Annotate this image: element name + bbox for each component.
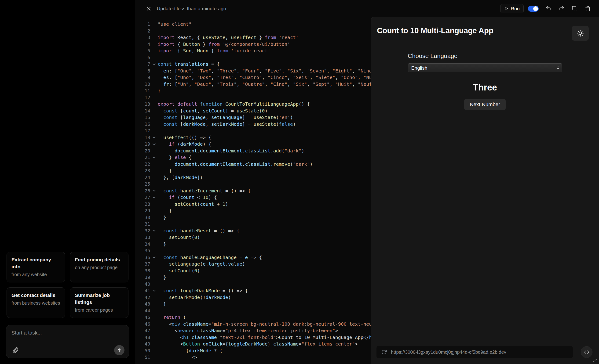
line-number: 13 — [139, 101, 150, 108]
chevron-down-icon — [153, 255, 156, 258]
refresh-button[interactable] — [380, 348, 388, 356]
line-number: 50 — [139, 347, 150, 354]
update-status-text: Updated less than a minute ago — [157, 6, 226, 11]
code-line-text: import { Sun, Moon } from 'lucide-react' — [158, 47, 271, 54]
copy-button[interactable] — [570, 3, 580, 14]
suggestion-card-get-contacts[interactable]: Get contact details from business websit… — [7, 287, 65, 318]
suggestion-subtitle: from career pages — [75, 307, 123, 313]
undo-button[interactable] — [543, 3, 554, 14]
code-line-text: document.documentElement.classList.remov… — [158, 161, 313, 168]
fold-gutter — [150, 307, 158, 314]
preview-header: Count to 10 Multi-Language App — [371, 17, 599, 41]
task-input[interactable] — [6, 325, 129, 342]
editor-topbar: Updated less than a minute ago Run — [135, 0, 599, 17]
fold-gutter — [150, 174, 158, 181]
fold-toggle[interactable] — [150, 287, 158, 294]
line-number: 19 — [139, 141, 150, 147]
line-number: 21 — [139, 154, 150, 161]
chevron-down-icon — [153, 289, 156, 292]
fold-gutter — [150, 234, 158, 241]
code-line-text: } — [158, 301, 166, 307]
attach-file-button[interactable] — [10, 345, 21, 355]
paperclip-icon — [13, 347, 19, 353]
fold-gutter — [150, 81, 158, 88]
suggestion-card-summarize-jobs[interactable]: Summarize job listings from career pages — [70, 287, 128, 318]
fold-gutter — [150, 274, 158, 281]
line-number: 16 — [139, 121, 150, 128]
fold-gutter — [150, 21, 158, 28]
fold-gutter — [150, 147, 158, 154]
line-number: 5 — [139, 47, 150, 54]
preview-content: Choose Language English Three Next Numbe… — [408, 52, 562, 110]
fold-gutter — [150, 321, 158, 328]
app-title: Count to 10 Multi-Language App — [377, 26, 493, 35]
line-number: 47 — [139, 327, 150, 334]
line-number: 30 — [139, 214, 150, 221]
code-line-text: export default function CountToTenMultiL… — [158, 101, 310, 108]
line-number: 14 — [139, 108, 150, 114]
expand-preview-button[interactable] — [592, 357, 598, 364]
line-number: 24 — [139, 174, 150, 181]
line-number: 26 — [139, 187, 150, 194]
chevron-down-icon — [153, 62, 156, 65]
fold-gutter — [150, 267, 158, 274]
fold-toggle[interactable] — [150, 228, 158, 234]
send-task-button[interactable] — [114, 345, 124, 355]
fold-gutter — [150, 121, 158, 128]
language-select-wrap: English — [408, 63, 562, 72]
run-button[interactable]: Run — [500, 4, 524, 13]
fold-toggle[interactable] — [150, 154, 158, 161]
fold-gutter — [150, 74, 158, 81]
fold-gutter — [150, 354, 158, 361]
close-editor-button[interactable] — [144, 3, 154, 14]
delete-button[interactable] — [583, 3, 593, 14]
trash-icon — [585, 6, 590, 11]
fold-gutter — [150, 301, 158, 307]
code-line-text: {darkMode ? ( — [158, 347, 222, 354]
code-line-text: <h1 className="text-2xl font-bold">Count… — [158, 334, 378, 341]
task-input-box — [6, 325, 129, 358]
preview-url[interactable]: https://3000-i3gxay1du0mcj0gjnp44d-cf5be… — [391, 349, 506, 355]
code-line-text: const [count, setCount] = useState(0) — [158, 108, 268, 114]
line-number: 35 — [139, 247, 150, 254]
fold-toggle[interactable] — [150, 134, 158, 141]
fold-toggle[interactable] — [150, 194, 158, 201]
fold-toggle[interactable] — [150, 61, 158, 68]
code-line-text: const [darkMode, setDarkMode] = useState… — [158, 121, 296, 128]
preview-toggle[interactable] — [528, 6, 539, 12]
next-number-button[interactable]: Next Number — [464, 99, 506, 110]
line-number: 29 — [139, 207, 150, 214]
suggestion-subtitle: from business websites — [11, 300, 60, 306]
line-number: 18 — [139, 134, 150, 141]
dark-mode-toggle-button[interactable] — [572, 26, 589, 41]
line-number: 46 — [139, 321, 150, 328]
fold-gutter — [150, 327, 158, 334]
fold-toggle[interactable] — [150, 141, 158, 147]
code-line-text: if (count < 10) { — [158, 194, 217, 201]
expand-icon — [593, 358, 597, 363]
fold-gutter — [150, 28, 158, 34]
view-code-button[interactable] — [581, 346, 592, 358]
line-number: 10 — [139, 81, 150, 88]
undo-icon — [546, 6, 551, 11]
redo-button[interactable] — [556, 3, 567, 14]
editor-actions — [543, 3, 593, 14]
fold-gutter — [150, 68, 158, 74]
language-select[interactable]: English — [408, 63, 562, 72]
fold-toggle[interactable] — [150, 187, 158, 194]
line-number: 43 — [139, 301, 150, 307]
close-icon — [146, 6, 151, 11]
fold-gutter — [150, 281, 158, 288]
line-number: 31 — [139, 221, 150, 228]
run-button-label: Run — [511, 6, 520, 11]
fold-gutter — [150, 167, 158, 174]
sun-icon — [577, 30, 584, 37]
code-line-text: setDarkMode(!darkMode) — [158, 294, 231, 301]
line-number: 33 — [139, 234, 150, 241]
fold-toggle[interactable] — [150, 254, 158, 261]
suggestion-card-find-pricing[interactable]: Find pricing details on any product page — [70, 252, 128, 282]
toggle-knob — [533, 6, 538, 11]
suggestion-card-extract-company-info[interactable]: Extract company info from any website — [7, 252, 65, 282]
fold-gutter — [150, 41, 158, 48]
arrow-up-icon — [117, 348, 122, 353]
